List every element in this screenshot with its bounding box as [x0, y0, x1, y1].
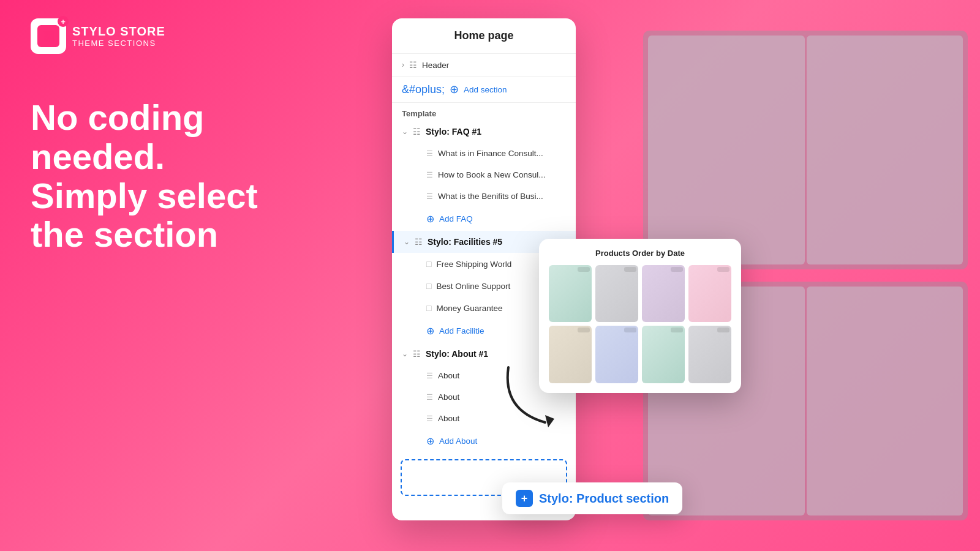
faq-item-3[interactable]: ☰ What is the Benifits of Busi...	[402, 186, 576, 207]
product-tag-6	[624, 328, 636, 332]
hero-line3: the section	[31, 214, 218, 254]
list-icon-1: ☰	[426, 149, 433, 158]
bg-cell-1	[648, 36, 805, 264]
product-tag-2	[624, 267, 636, 272]
bg-panel-top-inner	[643, 31, 968, 269]
product-item-8	[688, 326, 731, 383]
product-section-badge[interactable]: + Stylo: Product section	[502, 482, 682, 514]
sidebar-item-header[interactable]: › ☷ Header	[392, 54, 576, 77]
plus-add-icon: ⊕	[450, 83, 459, 96]
chevron-down-about-icon: ⌄	[402, 350, 408, 358]
product-tag-1	[578, 267, 590, 272]
list-icon-about-3: ☰	[426, 414, 433, 423]
template-label: Template	[392, 103, 576, 121]
list-icon-2: ☰	[426, 171, 433, 179]
product-item-2	[595, 265, 638, 322]
add-faq-row[interactable]: ⊕ Add FAQ	[402, 207, 576, 231]
badge-label: Stylo: Product section	[539, 492, 669, 506]
hero-text: No coding needed. Simply select the sect…	[31, 98, 325, 254]
product-item-3	[642, 265, 685, 322]
grid-icon-about: ☷	[413, 349, 421, 359]
product-tag-4	[717, 267, 729, 272]
header-label: Header	[422, 61, 566, 70]
panel-title: Home page	[392, 18, 576, 54]
product-tag-7	[671, 328, 683, 332]
faq-item-1[interactable]: ☰ What is in Finance Consult...	[402, 143, 576, 164]
faq-section-title: Stylo: FAQ #1	[426, 127, 566, 137]
bg-panel-top	[643, 31, 968, 269]
product-grid-top	[549, 265, 731, 322]
corner-icon-2: □	[426, 281, 431, 291]
add-faq-label: Add FAQ	[439, 214, 566, 223]
chevron-down-facilities-icon: ⌄	[404, 238, 410, 246]
grid-icon-header: ☷	[409, 60, 417, 70]
faq-item-3-label: What is the Benifits of Busi...	[438, 192, 566, 201]
plus-faq-icon: ⊕	[426, 213, 434, 225]
logo-text: STYLO STORE THEME SECTIONS	[72, 24, 165, 48]
logo: ▦ + STYLO STORE THEME SECTIONS	[31, 18, 165, 54]
product-tag-3	[671, 267, 683, 272]
plus-circle-icon: &#oplus;	[402, 83, 445, 96]
product-item-1	[549, 265, 592, 322]
product-tag-8	[717, 328, 729, 332]
plus-facilities-icon: ⊕	[426, 325, 434, 337]
hero-line2: Simply select	[31, 176, 258, 216]
list-icon-about-2: ☰	[426, 393, 433, 402]
badge-plus-icon: +	[516, 490, 533, 507]
sidebar-item-faq[interactable]: ⌄ ☷ Stylo: FAQ #1	[392, 121, 576, 143]
faq-subitems: ☰ What is in Finance Consult... ☰ How to…	[392, 143, 576, 231]
faq-item-1-label: What is in Finance Consult...	[438, 149, 566, 158]
logo-icon: ▦ +	[31, 18, 66, 54]
corner-icon-3: □	[426, 303, 431, 313]
list-icon-3: ☰	[426, 192, 433, 201]
grid-icon-facilities: ☷	[415, 237, 423, 247]
bg-cell-2	[807, 36, 963, 264]
chevron-down-faq-icon: ⌄	[402, 127, 408, 136]
logo-line1: STYLO STORE	[72, 24, 165, 39]
product-card-title: Products Order by Date	[549, 249, 731, 258]
plus-badge: +	[58, 16, 69, 27]
grid-icon-faq: ☷	[413, 127, 421, 137]
svg-marker-0	[545, 415, 554, 427]
product-item-4	[688, 265, 731, 322]
product-item-6	[595, 326, 638, 383]
arrow-pointer	[496, 361, 570, 435]
bg-cell-4	[807, 287, 963, 515]
add-about-label: Add About	[439, 437, 566, 446]
list-icon-about-1: ☰	[426, 372, 433, 380]
faq-item-2[interactable]: ☰ How to Book a New Consul...	[402, 164, 576, 186]
product-tag-5	[578, 328, 590, 332]
corner-icon-1: □	[426, 259, 431, 269]
chevron-right-icon: ›	[402, 61, 404, 69]
hero-line1: No coding needed.	[31, 97, 205, 176]
plus-about-icon: ⊕	[426, 435, 434, 447]
logo-line2: THEME SECTIONS	[72, 39, 165, 48]
product-grid-bottom	[549, 326, 731, 383]
product-item-7	[642, 326, 685, 383]
faq-item-2-label: How to Book a New Consul...	[438, 170, 566, 179]
add-section-row[interactable]: &#oplus; ⊕ Add section	[392, 77, 576, 103]
add-section-label: Add section	[464, 85, 566, 94]
